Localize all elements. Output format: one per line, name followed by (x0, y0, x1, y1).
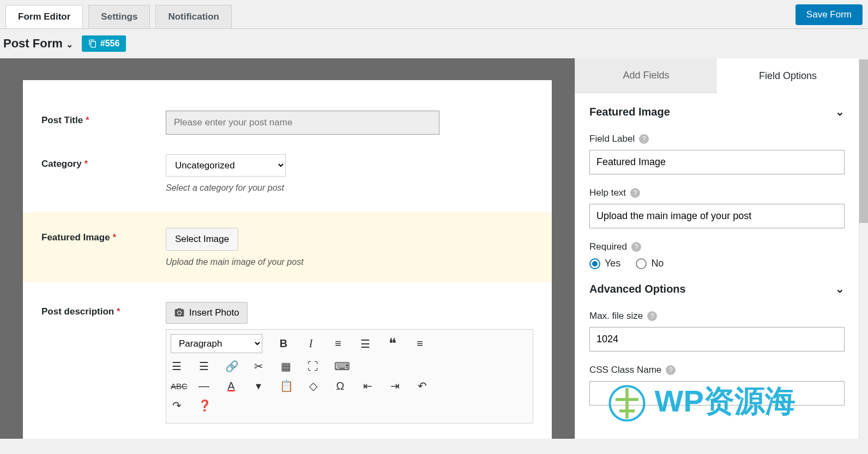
insert-photo-button[interactable]: Insert Photo (166, 302, 248, 324)
paste-icon[interactable]: 📋 (280, 379, 292, 392)
post-title-label: Post Title * (41, 111, 166, 126)
category-label: Category * (41, 154, 166, 170)
help-icon[interactable]: ? (639, 134, 649, 144)
help-icon[interactable]: ❓ (198, 399, 210, 412)
help-icon[interactable]: ? (630, 188, 640, 198)
italic-icon[interactable]: I (305, 337, 317, 350)
copy-icon (88, 39, 97, 48)
chevron-down-icon: ⌄ (835, 105, 845, 118)
editor-toolbar: Paragraph B I ≡ ☰ ❝ ≡ ☰ ☰ 🔗 ✂ (166, 329, 533, 423)
list-ol-icon[interactable]: ☰ (359, 337, 371, 350)
list-ul-icon[interactable]: ≡ (332, 337, 344, 350)
css-class-input[interactable] (589, 381, 845, 405)
field-label-label: Field Label? (589, 134, 845, 144)
category-select[interactable]: Uncategorized (166, 154, 286, 177)
featured-image-label: Featured Image * (41, 228, 166, 243)
redo-icon[interactable]: ↷ (171, 399, 183, 412)
dropdown-icon[interactable]: ▾ (252, 379, 264, 392)
max-file-size-label: Max. file size? (589, 311, 845, 322)
align-right-icon[interactable]: ☰ (198, 360, 210, 373)
featured-image-field-selected[interactable]: Featured Image * Select Image Upload the… (23, 213, 552, 282)
chevron-down-icon: ⌄ (835, 282, 845, 295)
required-yes-radio[interactable]: Yes (589, 258, 620, 269)
post-description-label: Post description * (41, 302, 166, 317)
scrollbar[interactable] (859, 58, 868, 439)
tab-form-editor[interactable]: Form Editor (5, 5, 83, 28)
align-left-icon[interactable]: ≡ (414, 337, 426, 350)
tab-settings[interactable]: Settings (88, 5, 150, 28)
hr-icon[interactable]: — (198, 380, 210, 392)
select-image-button[interactable]: Select Image (166, 228, 238, 251)
css-class-label: CSS Class Name? (589, 365, 845, 376)
field-label-input[interactable] (589, 150, 845, 174)
textcolor-icon[interactable]: A (225, 380, 237, 392)
form-title: Post Form⌄ (3, 37, 73, 51)
section-featured-image[interactable]: Featured Image ⌄ (589, 105, 845, 118)
form-id-badge[interactable]: #556 (82, 35, 126, 52)
indent-icon[interactable]: ⇥ (389, 379, 401, 392)
align-center-icon[interactable]: ☰ (171, 360, 183, 373)
section-advanced[interactable]: Advanced Options ⌄ (589, 282, 845, 295)
featured-image-hint: Upload the main image of your post (166, 257, 533, 267)
unlink-icon[interactable]: ✂ (252, 360, 264, 373)
keyboard-icon[interactable]: ⌨ (334, 360, 346, 373)
tab-notification[interactable]: Notification (155, 5, 232, 28)
required-no-radio[interactable]: No (636, 258, 664, 269)
post-title-input[interactable] (166, 111, 439, 135)
link-icon[interactable]: 🔗 (225, 360, 237, 373)
help-text-label: Help text? (589, 187, 845, 198)
undo-icon[interactable]: ↶ (416, 379, 428, 392)
omega-icon[interactable]: Ω (334, 380, 346, 392)
save-form-button[interactable]: Save Form (795, 4, 863, 25)
paragraph-select[interactable]: Paragraph (171, 334, 262, 353)
svg-point-0 (178, 311, 180, 314)
required-label: Required? (589, 241, 845, 252)
help-text-input[interactable] (589, 204, 845, 228)
more-icon[interactable]: ▦ (280, 360, 292, 373)
main-tabs: Form Editor Settings Notification (5, 5, 232, 28)
max-file-size-input[interactable] (589, 327, 845, 352)
help-icon[interactable]: ? (631, 242, 641, 252)
help-icon[interactable]: ? (666, 365, 676, 375)
bold-icon[interactable]: B (278, 337, 290, 350)
quote-icon[interactable]: ❝ (387, 335, 399, 352)
form-canvas: Post Title * Category * Uncategorized Se… (0, 58, 575, 439)
outdent-icon[interactable]: ⇤ (361, 379, 373, 392)
sidebar-tab-field-options[interactable]: Field Options (717, 58, 859, 93)
category-hint: Select a category for your post (166, 183, 533, 193)
sidebar-tab-add-fields[interactable]: Add Fields (575, 58, 717, 93)
erase-icon[interactable]: ◇ (307, 379, 319, 392)
strikethrough-icon[interactable]: ABC (171, 382, 183, 391)
chevron-down-icon[interactable]: ⌄ (66, 40, 73, 49)
help-icon[interactable]: ? (647, 311, 657, 321)
camera-icon (174, 307, 185, 318)
fullscreen-icon[interactable]: ⛶ (307, 360, 319, 373)
